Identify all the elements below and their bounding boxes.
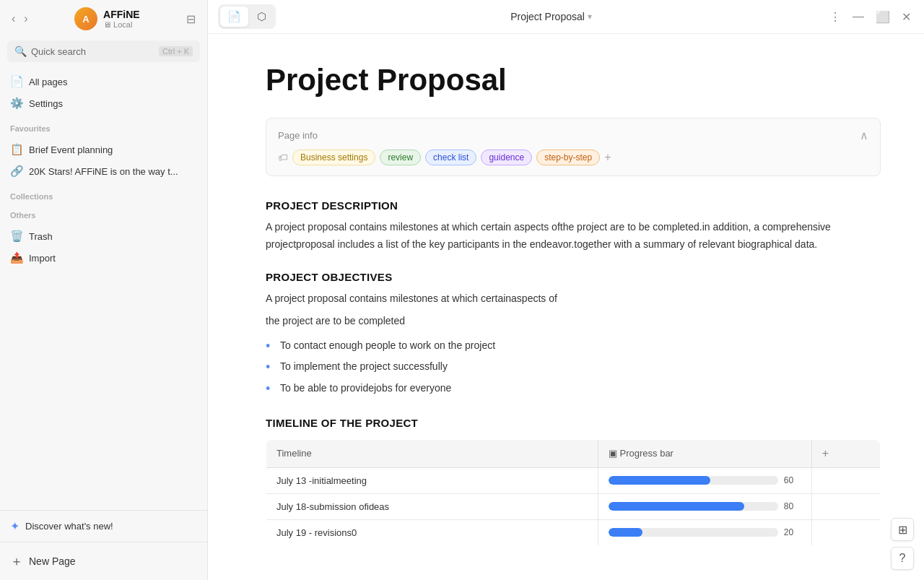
all-pages-icon: 📄 [10, 75, 23, 88]
section-description: PROJECT DESCRIPTION A project proposal c… [266, 199, 881, 254]
sidebar-nav-controls: ‹ › [9, 9, 31, 28]
more-options-button[interactable]: ⋮ [827, 7, 844, 27]
progress-number: 20 [784, 527, 801, 537]
title-chevron-icon: ▾ [588, 12, 592, 22]
section-timeline: TIMELINE OF THE PROJECT Timeline ▣ Progr… [266, 417, 881, 546]
quick-search-shortcut: Ctrl + K [159, 46, 193, 56]
sidebar-footer: ✦ Discover what's new! ＋ New Page [0, 510, 207, 580]
table-row: July 19 - revisions020 [266, 519, 881, 545]
doc-tab[interactable]: 📄 [220, 7, 248, 27]
extra-cell [811, 519, 880, 545]
tag-business-settings[interactable]: Business settings [292, 150, 375, 165]
page-info-collapse-button[interactable]: ∧ [860, 129, 868, 142]
workspace-details: AFFiNE 🖥 Local [103, 9, 140, 29]
section-objectives: PROJECT OBJECTIVES A project proposal co… [266, 271, 881, 399]
workspace-sub: 🖥 Local [103, 20, 140, 29]
tag-guidence[interactable]: guidence [481, 150, 532, 165]
new-page-button[interactable]: ＋ New Page [0, 542, 207, 580]
minimize-button[interactable]: — [850, 7, 867, 26]
all-pages-label: All pages [29, 77, 67, 87]
tag-checklist[interactable]: check list [425, 150, 476, 165]
discover-button[interactable]: ✦ Discover what's new! [0, 511, 207, 542]
workspace-avatar: A [74, 7, 97, 30]
sidebar-header: ‹ › A AFFiNE 🖥 Local ⊟ [0, 0, 207, 35]
bullet-dot: • [266, 337, 274, 355]
import-icon: 📤 [10, 251, 23, 264]
forward-button[interactable]: › [21, 9, 30, 28]
discover-label: Discover what's new! [25, 521, 113, 532]
page-info-label: Page info [278, 130, 318, 141]
brief-event-icon: 📋 [10, 143, 23, 156]
back-button[interactable]: ‹ [9, 9, 18, 28]
workspace-info[interactable]: A AFFiNE 🖥 Local [74, 7, 140, 30]
col-timeline: Timeline [266, 439, 598, 467]
favourites-nav: 📋 Brief Event planning 🔗 20K Stars! AFFi… [0, 136, 207, 185]
titlebar-title: Project Proposal ▾ [282, 11, 821, 22]
add-tag-button[interactable]: + [604, 151, 611, 164]
page-info-header: Page info ∧ [278, 129, 868, 142]
sidebar-item-20k-stars[interactable]: 🔗 20K Stars! AFFiNE is on the way t... [4, 160, 203, 182]
table-row: July 18-submission ofideas80 [266, 493, 881, 519]
sidebar-item-settings[interactable]: ⚙️ Settings [4, 92, 203, 114]
help-button[interactable]: ? [891, 547, 914, 570]
discover-icon: ✦ [10, 519, 19, 533]
document-title-text: Project Proposal [510, 11, 585, 22]
sidebar: ‹ › A AFFiNE 🖥 Local ⊟ 🔍 Quick search Ct… [0, 0, 208, 580]
table-row: July 13 -initialmeeting60 [266, 467, 881, 493]
20k-stars-icon: 🔗 [10, 165, 23, 178]
trash-icon: 🗑️ [10, 230, 23, 243]
new-page-icon: ＋ [10, 553, 23, 570]
grid-view-button[interactable]: ⊞ [891, 518, 914, 541]
tag-icon: 🏷 [278, 152, 288, 163]
progress-number: 80 [784, 501, 801, 511]
edgeless-tab[interactable]: ⬡ [250, 7, 274, 27]
timeline-table: Timeline ▣ Progress bar + July 13 -initi… [266, 439, 881, 546]
settings-icon: ⚙️ [10, 97, 23, 110]
document-content: Project Proposal Page info ∧ 🏷 Business … [208, 34, 924, 580]
add-column-button[interactable]: + [822, 447, 829, 460]
page-info-tags: 🏷 Business settings review check list gu… [278, 150, 868, 165]
description-heading: PROJECT DESCRIPTION [266, 199, 881, 212]
20k-stars-label: 20K Stars! AFFiNE is on the way t... [29, 166, 178, 177]
objectives-bullets: • To contact enough people to work on th… [266, 336, 881, 399]
bottom-right-tools: ⊞ ? [891, 518, 914, 570]
col-progress: ▣ Progress bar [598, 439, 811, 467]
tag-review[interactable]: review [380, 150, 421, 165]
titlebar-actions: ⋮ — ⬜ ✕ [827, 7, 914, 27]
sidebar-item-import[interactable]: 📤 Import [4, 247, 203, 269]
sidebar-nav: 📄 All pages ⚙️ Settings [0, 68, 207, 117]
progress-cell: 60 [598, 467, 811, 493]
bullet-dot: • [266, 380, 274, 398]
timeline-cell: July 13 -initialmeeting [266, 467, 598, 493]
page-info-box: Page info ∧ 🏷 Business settings review c… [266, 118, 881, 176]
progress-cell: 80 [598, 493, 811, 519]
bullet-item: • To implement the project successfully [266, 357, 881, 378]
others-label: Others [0, 204, 207, 222]
local-icon: 🖥 [103, 20, 111, 29]
objectives-text-2: the project are to be completed [266, 313, 881, 330]
others-nav: 🗑️ Trash 📤 Import [0, 222, 207, 272]
sidebar-item-trash[interactable]: 🗑️ Trash [4, 225, 203, 247]
main-content: 📄 ⬡ Project Proposal ▾ ⋮ — ⬜ ✕ Project P… [208, 0, 924, 580]
favourites-label: Favourites [0, 117, 207, 136]
progress-number: 60 [784, 475, 801, 485]
trash-label: Trash [29, 231, 53, 242]
col-add: + [811, 439, 880, 467]
maximize-button[interactable]: ⬜ [873, 7, 893, 27]
quick-search[interactable]: 🔍 Quick search Ctrl + K [7, 40, 200, 62]
search-icon: 🔍 [14, 46, 27, 57]
import-label: Import [29, 253, 56, 264]
sidebar-item-all-pages[interactable]: 📄 All pages [4, 71, 203, 92]
progress-cell: 20 [598, 519, 811, 545]
objectives-heading: PROJECT OBJECTIVES [266, 271, 881, 283]
objectives-text-1: A project proposal contains milestones a… [266, 290, 881, 308]
timeline-heading: TIMELINE OF THE PROJECT [266, 417, 881, 429]
tag-step-by-step[interactable]: step-by-step [536, 150, 600, 165]
quick-search-label: Quick search [31, 46, 154, 57]
sidebar-item-brief-event[interactable]: 📋 Brief Event planning [4, 139, 203, 160]
close-button[interactable]: ✕ [899, 7, 914, 27]
new-page-label: New Page [29, 555, 76, 567]
toggle-sidebar-button[interactable]: ⊟ [183, 9, 199, 29]
document-title: Project Proposal [266, 63, 881, 98]
timeline-cell: July 19 - revisions0 [266, 519, 598, 545]
